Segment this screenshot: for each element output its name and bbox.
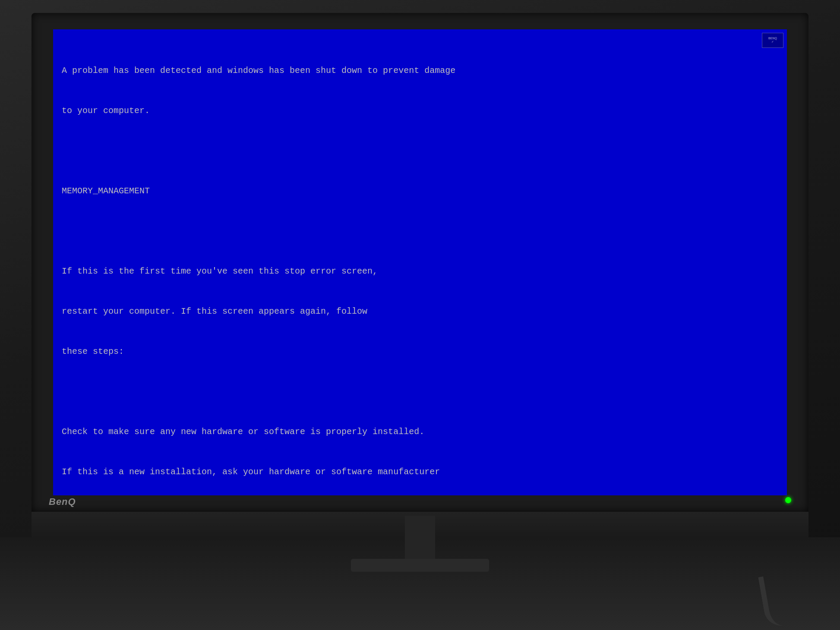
monitor-outer: BENQ✓ A problem has been detected and wi…	[0, 0, 840, 630]
bsod-blank-3	[62, 385, 778, 398]
bsod-line-1: A problem has been detected and windows …	[62, 64, 778, 77]
power-led	[785, 497, 791, 503]
stand-base	[351, 559, 489, 572]
floor-area	[0, 537, 840, 630]
brand-label: BenQ	[49, 496, 76, 507]
bsod-line-2: to your computer.	[62, 104, 778, 117]
bsod-blank-2	[62, 224, 778, 238]
bsod-content: A problem has been detected and windows …	[62, 37, 778, 495]
monitor-logo-text: BENQ✓	[768, 37, 777, 44]
bsod-line-5: these steps:	[62, 345, 778, 358]
stand-neck	[405, 516, 435, 559]
cable	[758, 571, 801, 628]
bsod-line-6: Check to make sure any new hardware or s…	[62, 425, 778, 438]
bsod-line-3: If this is the first time you've seen th…	[62, 265, 778, 278]
bsod-screen: BENQ✓ A problem has been detected and wi…	[53, 29, 787, 495]
monitor-logo-corner: BENQ✓	[762, 33, 783, 48]
bsod-line-4: restart your computer. If this screen ap…	[62, 305, 778, 318]
bsod-error-code: MEMORY_MANAGEMENT	[62, 184, 778, 198]
bsod-blank-1	[62, 144, 778, 158]
bsod-line-7: If this is a new installation, ask your …	[62, 465, 778, 479]
monitor-bezel: BENQ✓ A problem has been detected and wi…	[32, 13, 808, 512]
